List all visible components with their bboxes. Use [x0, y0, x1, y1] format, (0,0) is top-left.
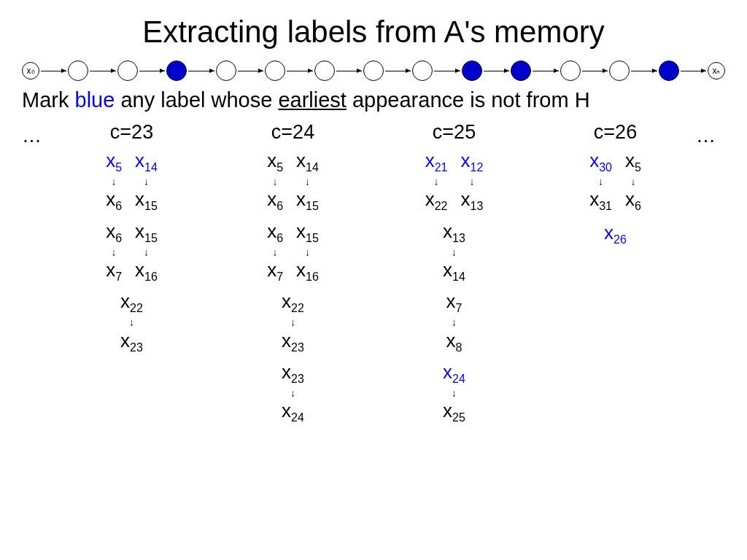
- chain-arrow-icon: [681, 71, 706, 71]
- variable-label: x6: [267, 222, 283, 244]
- down-arrow-icon: ↓: [144, 246, 149, 259]
- variable-label: x25: [443, 401, 465, 424]
- var-stack: x5↓x6: [106, 151, 122, 213]
- chain-arrow-icon: [533, 71, 558, 71]
- variable-label: x22: [425, 190, 448, 212]
- var-stack: x14↓x15: [135, 151, 158, 213]
- chain-node: [68, 61, 88, 81]
- variable-label: x16: [135, 260, 158, 283]
- variable-label: x26: [604, 222, 627, 244]
- var-stack: x15↓x16: [135, 222, 158, 284]
- chain-node: [363, 61, 384, 81]
- var-stack: x15↓x16: [296, 222, 319, 284]
- down-arrow-icon: ↓: [273, 175, 278, 188]
- pair-row: x5↓x6x14↓x15: [106, 151, 158, 213]
- down-arrow-icon: ↓: [112, 175, 117, 188]
- variable-label: x6: [625, 190, 641, 212]
- var-stack: x21↓x22: [425, 151, 448, 213]
- var-stack: x5↓x6: [267, 151, 283, 213]
- desc-mid: any label whose: [115, 88, 278, 112]
- columns-row: … c=23x5↓x6x14↓x15x6↓x7x15↓x16x22↓x23c=2…: [22, 121, 725, 432]
- var-stack: x23↓x24: [282, 362, 304, 424]
- down-arrow-icon: ↓: [434, 175, 439, 188]
- pair-row: x5↓x6x14↓x15: [267, 151, 319, 213]
- single-label: x26: [604, 222, 627, 246]
- chain-node: [314, 61, 335, 81]
- variable-label: x13: [443, 222, 465, 244]
- column-header: c=25: [433, 121, 476, 144]
- chain-node: xₙ: [708, 62, 725, 79]
- desc-prefix: Mark: [22, 88, 75, 112]
- down-arrow-icon: ↓: [452, 386, 457, 400]
- single-stack: x7↓x8: [446, 292, 462, 354]
- var-stack: x13↓x14: [443, 222, 465, 284]
- variable-label: x14: [443, 260, 465, 283]
- variable-label: x13: [461, 190, 484, 212]
- variable-label: x24: [443, 362, 465, 385]
- desc-blue: blue: [75, 88, 115, 112]
- chain-node: [609, 61, 630, 81]
- variable-label: x21: [425, 151, 448, 174]
- down-arrow-icon: ↓: [630, 175, 635, 188]
- down-arrow-icon: ↓: [112, 246, 117, 259]
- column-header: c=24: [271, 121, 314, 144]
- variable-label: x6: [267, 190, 283, 212]
- variable-label: x6: [106, 190, 122, 212]
- variable-label: x5: [625, 151, 641, 174]
- column: c=25x21↓x22x12↓x13x13↓x14x7↓x8x24↓x25: [374, 121, 535, 432]
- variable-label: x22: [120, 292, 143, 314]
- chain-arrow-icon: [238, 71, 263, 71]
- column: c=24x5↓x6x14↓x15x6↓x7x15↓x16x22↓x23x23↓x…: [212, 121, 374, 432]
- variable-label: x5: [106, 151, 122, 174]
- desc-suffix: appearance is not from H: [347, 88, 590, 112]
- var-stack: x22↓x23: [120, 292, 143, 354]
- variable-label: x12: [461, 151, 484, 174]
- chain-arrow-icon: [385, 71, 411, 71]
- left-dots: …: [22, 121, 51, 147]
- chain-arrow-icon: [336, 71, 362, 71]
- chain-arrow-icon: [188, 71, 214, 71]
- down-arrow-icon: ↓: [452, 316, 457, 329]
- var-stack: x30↓x31: [589, 151, 612, 213]
- var-stack: x24↓x25: [443, 362, 465, 424]
- variable-label: x6: [106, 222, 122, 244]
- pair-row: x6↓x7x15↓x16: [106, 222, 158, 284]
- variable-label: x16: [296, 260, 319, 283]
- description: Mark blue any label whose earliest appea…: [22, 88, 725, 112]
- single-stack: x24↓x25: [443, 362, 465, 424]
- chain-node: x₀: [22, 62, 39, 79]
- down-arrow-icon: ↓: [598, 175, 603, 188]
- variable-label: x30: [589, 151, 612, 174]
- pair-row: x30↓x31x5↓x6: [589, 151, 641, 213]
- variable-label: x23: [282, 331, 304, 354]
- column-header: c=23: [110, 121, 153, 144]
- var-stack: x7↓x8: [446, 292, 462, 354]
- variable-label: x7: [106, 260, 122, 283]
- variable-label: x14: [296, 151, 319, 174]
- chain-node-filled: [462, 61, 482, 81]
- chain-arrow-icon: [139, 71, 165, 71]
- var-stack: x5↓x6: [625, 151, 641, 213]
- variable-label: x23: [120, 331, 143, 354]
- single-stack: x23↓x24: [282, 362, 304, 424]
- chain-node-filled: [511, 61, 531, 81]
- chain-arrow-icon: [484, 71, 509, 71]
- down-arrow-icon: ↓: [469, 175, 474, 188]
- node-chain: x₀xₙ: [22, 61, 725, 81]
- variable-label: x15: [135, 222, 158, 244]
- variable-label: x15: [135, 190, 158, 212]
- chain-arrow-icon: [90, 71, 115, 71]
- chain-arrow-icon: [631, 71, 657, 71]
- variable-label: x8: [446, 331, 462, 354]
- chain-node: [412, 61, 433, 81]
- chain-node: [117, 61, 138, 81]
- column: c=23x5↓x6x14↓x15x6↓x7x15↓x16x22↓x23: [51, 121, 212, 432]
- chain-arrow-icon: [582, 71, 608, 71]
- var-stack: x6↓x7: [267, 222, 283, 284]
- chain-node: [216, 61, 236, 81]
- chain-node-filled: [659, 61, 679, 81]
- down-arrow-icon: ↓: [305, 175, 310, 188]
- single-stack: x22↓x23: [120, 292, 143, 354]
- var-stack: x14↓x15: [296, 151, 319, 213]
- down-arrow-icon: ↓: [290, 386, 295, 400]
